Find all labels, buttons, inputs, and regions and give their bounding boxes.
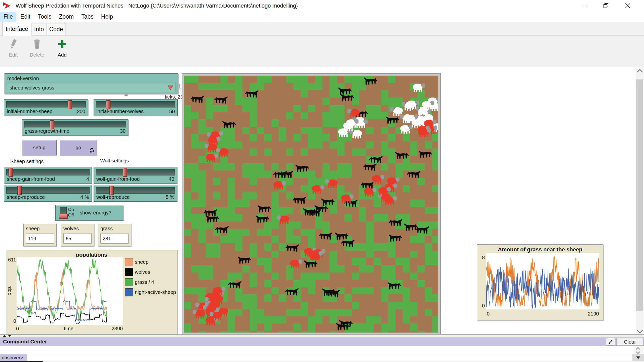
plus-icon [58, 38, 67, 50]
scroll-up-icon[interactable] [637, 69, 643, 75]
legend-swatch-wolves [125, 268, 133, 276]
interface-vertical-scrollbar[interactable] [636, 67, 643, 334]
prompt-context-dropdown[interactable] [632, 354, 644, 361]
slider-sheep-gain-from-food[interactable]: sheep-gain-from-food4 [4, 167, 92, 184]
menu-zoom[interactable]: Zoom [55, 12, 77, 22]
model-version-chooser[interactable]: model-version sheep-wolves-grass [5, 73, 178, 94]
chooser-value[interactable]: sheep-wolves-grass [7, 83, 176, 92]
wolf-settings-label: Wolf settings [100, 158, 129, 164]
legend-label-sheep: sheep [135, 259, 149, 265]
legend-label-grass: grass / 4 [135, 279, 154, 285]
slider-wolf-reproduce[interactable]: wolf-reproduce5 % [94, 185, 177, 202]
slider-handle[interactable] [9, 168, 13, 177]
output-scrollbar[interactable] [633, 346, 643, 354]
delete-tool-button[interactable]: Delete [26, 38, 48, 58]
legend-swatch-sheep [125, 258, 133, 266]
delete-tool-label: Delete [26, 52, 48, 58]
plot-canvas [486, 253, 599, 309]
menu-tools[interactable]: Tools [34, 12, 55, 22]
slider-label: sheep-reproduce [7, 194, 45, 200]
edit-tool-button[interactable]: Edit [5, 38, 22, 58]
slider-initial-number-sheep[interactable]: initial-number-sheep200 [4, 99, 88, 116]
menu-file[interactable]: File [0, 12, 16, 22]
plot-title: Amount of grass near the sheep [477, 246, 603, 253]
monitor-label: sheep [26, 226, 40, 232]
y-min-tick: 0 [7, 318, 16, 324]
scrollbar-thumb[interactable] [636, 79, 643, 311]
slider-handle[interactable] [106, 100, 110, 109]
monitor-grass: grass 281 [98, 224, 131, 246]
chooser-dropdown-icon [168, 85, 173, 90]
menu-tabs[interactable]: Tabs [78, 12, 97, 22]
command-center-expand-button[interactable] [606, 338, 615, 346]
world-view-frame [182, 73, 441, 335]
toolbar: Edit Delete Add abc Button slower ticks:… [0, 35, 644, 67]
tab-code[interactable]: Code [47, 23, 65, 35]
slider-grass-regrowth-time[interactable]: grass-regrowth-time30 [22, 119, 128, 135]
y-max-tick: 611 [7, 257, 16, 263]
legend-swatch-night-active-sheep [125, 288, 133, 296]
tab-interface[interactable]: Interface [3, 22, 31, 36]
slider-wolf-gain-from-food[interactable]: wolf-gain-from-food40 [94, 167, 177, 184]
slider-track[interactable] [6, 169, 90, 175]
chooser-label: model-version [7, 76, 39, 81]
pencil-icon [9, 38, 18, 50]
trash-icon [33, 38, 41, 50]
add-tool-button[interactable]: Add [54, 38, 70, 58]
x-axis-label: time [64, 326, 73, 332]
go-button-label: go [75, 145, 81, 151]
monitor-sheep: sheep 119 [23, 224, 57, 246]
slider-track[interactable] [96, 169, 175, 175]
menu-help[interactable]: Help [98, 12, 116, 22]
slider-value: 4 % [80, 194, 89, 200]
slider-track[interactable] [24, 121, 126, 128]
legend-label-night-active-sheep: night-active-sheep [135, 289, 176, 295]
slider-label: initial-number-wolves [96, 109, 144, 114]
command-center-header: Command Center [0, 337, 644, 346]
switch-knob[interactable] [59, 214, 68, 219]
clear-button[interactable]: Clear [616, 338, 643, 346]
scroll-down-icon[interactable] [636, 350, 640, 354]
slider-handle[interactable] [50, 120, 54, 129]
slider-track[interactable] [96, 187, 175, 194]
slider-label: grass-regrowth-time [25, 128, 69, 134]
observer-prompt-text: observer> [2, 355, 23, 360]
go-button[interactable]: go [60, 140, 97, 155]
forever-icon [89, 148, 95, 153]
slider-value: 200 [77, 109, 85, 114]
slider-handle[interactable] [68, 100, 72, 109]
world-view[interactable] [184, 76, 438, 333]
grass-series [486, 253, 599, 309]
command-input[interactable] [27, 354, 632, 361]
minimize-button[interactable] [576, 0, 594, 11]
slider-sheep-reproduce[interactable]: sheep-reproduce4 % [4, 185, 92, 202]
slider-handle[interactable] [17, 186, 22, 195]
chooser-value-text: sheep-wolves-grass [10, 85, 168, 91]
slider-initial-number-wolves[interactable]: initial-number-wolves50 [94, 99, 178, 116]
setup-button[interactable]: setup [22, 140, 57, 155]
command-center-title: Command Center [3, 339, 47, 345]
slider-value: 30 [120, 128, 126, 134]
show-energy-switch[interactable]: On Off show-energy? [55, 205, 123, 221]
tab-bar: Interface Info Code [0, 22, 644, 35]
slider-track[interactable] [6, 101, 86, 108]
command-center-output[interactable] [0, 346, 644, 354]
title-bar: Wolf Sheep Predation with Temporal Niche… [0, 0, 644, 11]
grass-near-sheep-plot: Amount of grass near the sheep 8 0 0 219… [477, 244, 603, 320]
close-button[interactable] [619, 0, 637, 11]
monitor-value: 65 [63, 234, 92, 244]
scroll-down-icon[interactable] [637, 327, 643, 333]
switch-on-label: On [68, 207, 74, 212]
splitter-down-icon[interactable] [8, 335, 11, 337]
setup-button-label: setup [33, 145, 46, 151]
chevron-down-icon [636, 356, 640, 359]
slider-handle[interactable] [109, 186, 114, 195]
restore-button[interactable] [597, 0, 615, 11]
tab-info[interactable]: Info [31, 23, 47, 35]
netlogo-logo-icon [3, 2, 13, 10]
slider-handle[interactable] [123, 168, 127, 177]
monitor-label: grass [100, 226, 113, 232]
menu-edit[interactable]: Edit [17, 12, 34, 22]
expand-diagonal-icon [608, 339, 613, 344]
splitter-up-icon[interactable] [3, 335, 6, 337]
